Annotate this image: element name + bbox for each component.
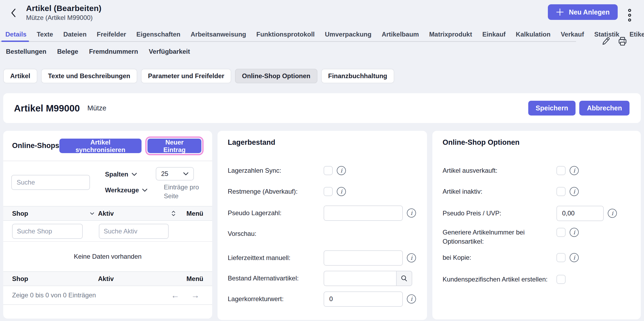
secondary-tab-bar: BestellungenBelegeFremdnummernVerfügbark… xyxy=(5,46,191,57)
tab-umverpackung[interactable]: Umverpackung xyxy=(324,30,372,39)
prev-page-button[interactable]: ← xyxy=(171,291,179,300)
artikel-inaktiv-checkbox[interactable] xyxy=(556,187,566,196)
section-chip-parameter-und-freifelder[interactable]: Parameter und Freifelder xyxy=(141,69,231,83)
tab-bestellungen[interactable]: Bestellungen xyxy=(5,46,47,57)
form-row-artikel-ausverkauft: Artikel ausverkauft:i xyxy=(443,160,634,181)
info-icon[interactable]: i xyxy=(570,187,579,196)
field-label: Generiere Artikelnummer bei Optionsartik… xyxy=(443,228,556,246)
info-icon[interactable]: i xyxy=(337,166,346,175)
tab-funktionsprotokoll[interactable]: Funktionsprotokoll xyxy=(256,30,315,39)
column-header-shop: Shop xyxy=(12,275,98,283)
tab-matrixprodukt[interactable]: Matrixprodukt xyxy=(429,30,473,39)
field-label: bei Kopie: xyxy=(443,253,556,262)
form-row-lagerzahlen-sync: Lagerzahlen Sync:i xyxy=(228,160,421,181)
section-chip-texte-und-beschreibungen[interactable]: Texte und Beschreibungen xyxy=(41,69,137,83)
field-label: Bestand Alternativartikel: xyxy=(228,274,324,283)
more-options-button[interactable] xyxy=(626,7,633,23)
search-lookup-button[interactable] xyxy=(396,271,412,286)
stock-panel: Lagerbestand Lagerzahlen Sync:iRestmenge… xyxy=(218,131,427,320)
columns-dropdown[interactable]: Spalten xyxy=(105,171,137,178)
tab-verfuegbarkeit[interactable]: Verfügbarkeit xyxy=(148,46,190,57)
column-header-aktiv[interactable]: Aktiv xyxy=(98,210,179,217)
pseudo-lagerzahl-input[interactable] xyxy=(324,205,403,221)
column-header-aktiv: Aktiv xyxy=(98,275,179,283)
tab-details[interactable]: Details xyxy=(5,30,27,39)
page-size-select[interactable]: 25 xyxy=(156,167,194,181)
generiere-artikelnummer-bei-optionsartikel-checkbox[interactable] xyxy=(556,228,566,237)
tab-dateien[interactable]: Dateien xyxy=(63,30,87,39)
section-chip-finanzbuchhaltung[interactable]: Finanzbuchhaltung xyxy=(321,69,394,83)
save-button[interactable]: Speichern xyxy=(528,101,576,116)
lagerzahlen-sync-checkbox[interactable] xyxy=(324,166,333,175)
lieferzeittext-manuell-input[interactable] xyxy=(324,250,403,266)
tab-freifelder[interactable]: Freifelder xyxy=(96,30,126,39)
tab-verkauf[interactable]: Verkauf xyxy=(560,30,585,39)
info-icon[interactable]: i xyxy=(570,253,579,262)
bestand-alternativartikel-search-field xyxy=(324,271,412,286)
tab-arbeitsanweisung[interactable]: Arbeitsanweisung xyxy=(190,30,247,39)
lagerkorrekturwert-input[interactable] xyxy=(324,291,403,307)
shops-table-filter-row xyxy=(3,221,212,242)
info-icon[interactable]: i xyxy=(407,294,416,304)
restmenge-abverkauf-checkbox[interactable] xyxy=(324,187,333,196)
form-row-bestand-alternativartikel: Bestand Alternativartikel: xyxy=(228,268,421,289)
plus-icon xyxy=(556,8,564,16)
section-chip-bar: ArtikelTexte und BeschreibungenParameter… xyxy=(3,69,394,83)
info-icon[interactable]: i xyxy=(407,208,416,218)
field-label: Pseudo Preis / UVP: xyxy=(443,209,556,218)
search-icon xyxy=(401,275,408,282)
online-shops-title: Online-Shops xyxy=(12,142,59,150)
tab-underline-track xyxy=(0,41,576,42)
tab-texte[interactable]: Texte xyxy=(36,30,54,39)
print-button[interactable] xyxy=(617,36,628,47)
new-create-button[interactable]: Neu Anlegen xyxy=(548,4,618,20)
info-icon[interactable]: i xyxy=(407,253,416,262)
info-icon[interactable]: i xyxy=(570,228,579,237)
tab-einkauf[interactable]: Einkauf xyxy=(482,30,506,39)
tab-kalkulation[interactable]: Kalkulation xyxy=(515,30,551,39)
tools-dropdown[interactable]: Werkzeuge xyxy=(105,186,147,194)
shops-table-footer-header: Shop Aktiv Menü xyxy=(3,271,212,286)
form-row-lagerkorrekturwert: Lagerkorrekturwert:i xyxy=(228,288,421,309)
tab-belege[interactable]: Belege xyxy=(57,46,79,57)
info-icon[interactable]: i xyxy=(570,166,579,175)
filter-shop-input[interactable] xyxy=(12,224,83,239)
form-row-bei-kopie: bei Kopie:i xyxy=(443,247,634,268)
filter-aktiv-input[interactable] xyxy=(99,224,169,239)
bestand-alternativartikel-input[interactable] xyxy=(324,271,396,286)
back-button[interactable] xyxy=(8,8,19,18)
new-entry-button[interactable]: Neuer Eintrag xyxy=(147,139,201,153)
printer-icon xyxy=(617,36,628,46)
sync-articles-button[interactable]: Artikel synchronisieren xyxy=(59,139,142,153)
column-header-shop[interactable]: Shop xyxy=(12,210,98,217)
edit-button[interactable] xyxy=(600,36,611,47)
form-row-pseudo-preis-uvp: Pseudo Preis / UVP:i xyxy=(443,203,634,224)
pseudo-preis-uvp-input[interactable] xyxy=(556,206,604,221)
divider xyxy=(3,304,212,305)
shop-options-title: Online-Shop Optionen xyxy=(443,138,519,147)
pagination-info: Zeige 0 bis 0 von 0 Einträgen xyxy=(12,291,96,299)
cancel-button[interactable]: Abbrechen xyxy=(579,101,629,116)
chevron-down-icon xyxy=(142,189,147,192)
stock-panel-title: Lagerbestand xyxy=(228,138,275,147)
info-icon[interactable]: i xyxy=(608,209,617,218)
search-input[interactable] xyxy=(11,175,90,190)
kundenspezifischen-artikel-erstellen-checkbox[interactable] xyxy=(556,275,566,284)
tab-etikett[interactable]: Etikett xyxy=(629,30,644,39)
field-label: Kundenspezifischen Artikel erstellen: xyxy=(443,275,556,284)
artikel-ausverkauft-checkbox[interactable] xyxy=(556,166,566,175)
section-chip-artikel[interactable]: Artikel xyxy=(3,69,37,83)
tab-artikelbaum[interactable]: Artikelbaum xyxy=(381,30,419,39)
field-label: Lagerzahlen Sync: xyxy=(228,166,324,175)
info-icon[interactable]: i xyxy=(337,187,346,196)
next-page-button[interactable]: → xyxy=(191,291,200,300)
form-row-lieferzeittext-manuell: Lieferzeittext manuell:i xyxy=(228,247,421,268)
tab-eigenschaften[interactable]: Eigenschaften xyxy=(136,30,181,39)
article-number-title: Artikel M99000 xyxy=(14,103,80,114)
online-shops-panel-header: Online-Shops Artikel synchronisieren Neu… xyxy=(3,131,212,161)
arrow-left-icon: ← xyxy=(171,291,179,300)
article-header-card: Artikel M99000 Mütze Speichern Abbrechen xyxy=(3,93,641,123)
tab-fremdnummern[interactable]: Fremdnummern xyxy=(88,46,139,57)
section-chip-online-shop-optionen[interactable]: Online-Shop Optionen xyxy=(235,69,317,83)
bei-kopie-checkbox[interactable] xyxy=(556,253,566,262)
